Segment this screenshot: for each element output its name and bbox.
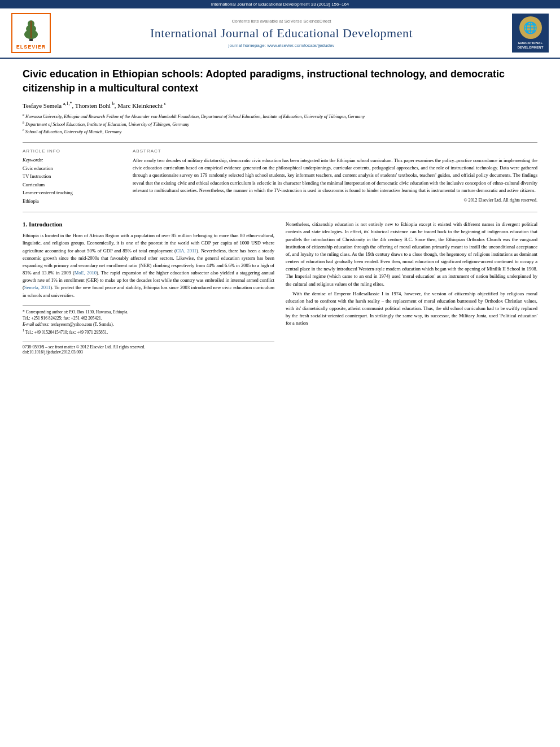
footnote-email: E-mail address: tesfayesem@yahoo.com (T.… [23, 321, 274, 327]
keywords-label: Keywords: [23, 157, 121, 163]
body-right-column: Nonetheless, citizenship education is no… [286, 221, 537, 355]
footnote-tel: Tel.: +251 916 824225; fax: +251 462 205… [23, 315, 274, 321]
elsevier-tree-icon [17, 16, 45, 42]
keyword-1: Civic education [23, 164, 121, 172]
body-para-1: Ethiopia is located in the Horn of Afric… [23, 232, 274, 299]
author-list: Tesfaye Semela a,1,*, Thorsten Bohl b, M… [23, 102, 166, 109]
affiliation-c: c School of Education, University of Mun… [23, 128, 537, 136]
homepage-url: www.elsevier.com/locate/ijedudev [267, 43, 334, 48]
footnotes: * Corresponding author at: P.O. Box 1130… [23, 309, 274, 336]
journal-title: International Journal of Educational Dev… [59, 26, 504, 41]
journal-badge-circle: 🌐 [519, 16, 542, 39]
homepage-label: journal homepage: [229, 43, 266, 48]
journal-citation: International Journal of Educational Dev… [211, 2, 349, 7]
body-divider [23, 212, 537, 212]
journal-badge-text: EDUCATIONAL DEVELOPMENT [515, 41, 546, 50]
footnote-2: 1 Tel.: +49 015204154710; fax: +49 7071 … [23, 327, 274, 335]
affiliation-a: a Hawassa University, Ethiopia and Resea… [23, 112, 537, 120]
keywords-list: Civic education TV Instruction Curriculu… [23, 164, 121, 205]
ref-cia: CIA, 2011 [176, 248, 196, 254]
contents-list-text: Contents lists available at SciVerse Sci… [231, 19, 331, 24]
affiliations: a Hawassa University, Ethiopia and Resea… [23, 112, 537, 136]
body-right-text: Nonetheless, citizenship education is no… [286, 221, 537, 327]
article-info-abstract: ARTICLE INFO Keywords: Civic education T… [23, 148, 537, 205]
header-divider [23, 142, 537, 143]
issn-line: 0738-0593/$ – see front matter © 2012 El… [23, 344, 274, 350]
doi-line: doi:10.1016/j.ijedudev.2012.03.003 [23, 350, 274, 355]
article-info-column: ARTICLE INFO Keywords: Civic education T… [23, 148, 121, 205]
section1-title: 1. Introduction [23, 221, 274, 228]
elsevier-wordmark: ELSEVIER [15, 44, 47, 50]
ref-moe: MoE, 2010 [75, 270, 97, 276]
body-left-column: 1. Introduction Ethiopia is located in t… [23, 221, 274, 355]
badge-line-2: DEVELOPMENT [515, 46, 546, 50]
abstract-text: After nearly two decades of military dic… [133, 157, 537, 194]
affiliation-b: b Department of School Education, Instit… [23, 120, 537, 128]
abstract-header: ABSTRACT [133, 148, 537, 154]
footnote-divider [23, 305, 90, 305]
elsevier-logo: ELSEVIER [11, 13, 51, 53]
journal-badge-box: 🌐 EDUCATIONAL DEVELOPMENT [512, 14, 549, 53]
article-title: Civic education in Ethiopian schools: Ad… [23, 67, 537, 95]
footnote-1: * Corresponding author at: P.O. Box 1130… [23, 309, 274, 315]
journal-homepage: journal homepage: www.elsevier.com/locat… [59, 43, 504, 48]
body-section: 1. Introduction Ethiopia is located in t… [23, 221, 537, 355]
journal-header-middle: Contents lists available at SciVerse Sci… [59, 19, 504, 48]
keyword-5: Ethiopia [23, 197, 121, 205]
article-info-header: ARTICLE INFO [23, 148, 121, 154]
sciverse-line: Contents lists available at SciVerse Sci… [59, 19, 504, 24]
body-right-para-1: Nonetheless, citizenship education is no… [286, 221, 537, 288]
ref-semela: Semela, 2011 [24, 285, 50, 290]
keyword-3: Curriculum [23, 181, 121, 189]
abstract-column: ABSTRACT After nearly two decades of mil… [133, 148, 537, 205]
journal-citation-bar: International Journal of Educational Dev… [0, 0, 560, 8]
body-right-para-2: With the demise of Emperor Hailesallassi… [286, 290, 537, 327]
body-left-text: Ethiopia is located in the Horn of Afric… [23, 232, 274, 299]
badge-line-1: EDUCATIONAL [515, 41, 546, 46]
authors: Tesfaye Semela a,1,*, Thorsten Bohl b, M… [23, 101, 537, 109]
journal-header: ELSEVIER Contents lists available at Sci… [0, 8, 560, 59]
keyword-4: Learner-centered teaching [23, 189, 121, 196]
keyword-2: TV Instruction [23, 172, 121, 180]
bottom-bar: 0738-0593/$ – see front matter © 2012 El… [23, 341, 274, 355]
globe-icon: 🌐 [523, 21, 537, 34]
main-content: Civic education in Ethiopian schools: Ad… [0, 59, 560, 366]
copyright: © 2012 Elsevier Ltd. All rights reserved… [133, 198, 537, 203]
